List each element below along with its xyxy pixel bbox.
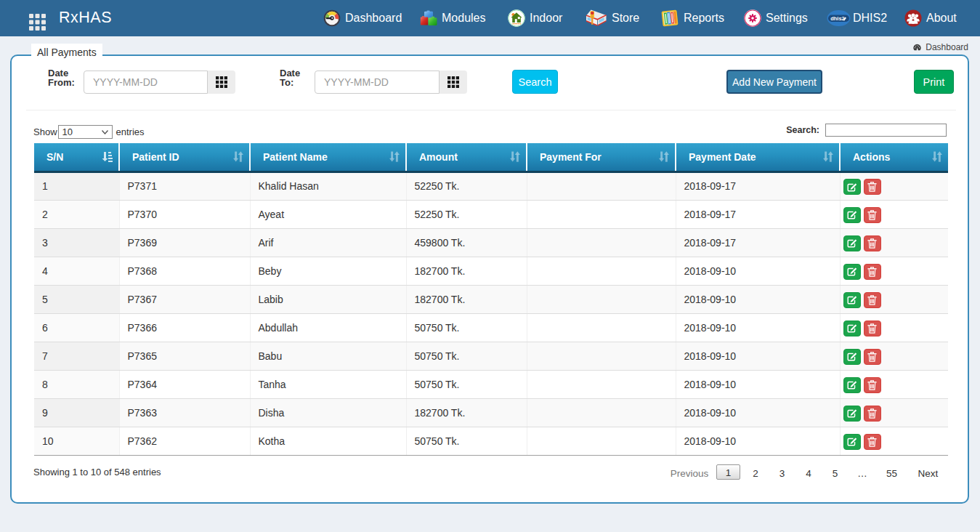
svg-text:dhis2: dhis2 <box>830 15 845 22</box>
